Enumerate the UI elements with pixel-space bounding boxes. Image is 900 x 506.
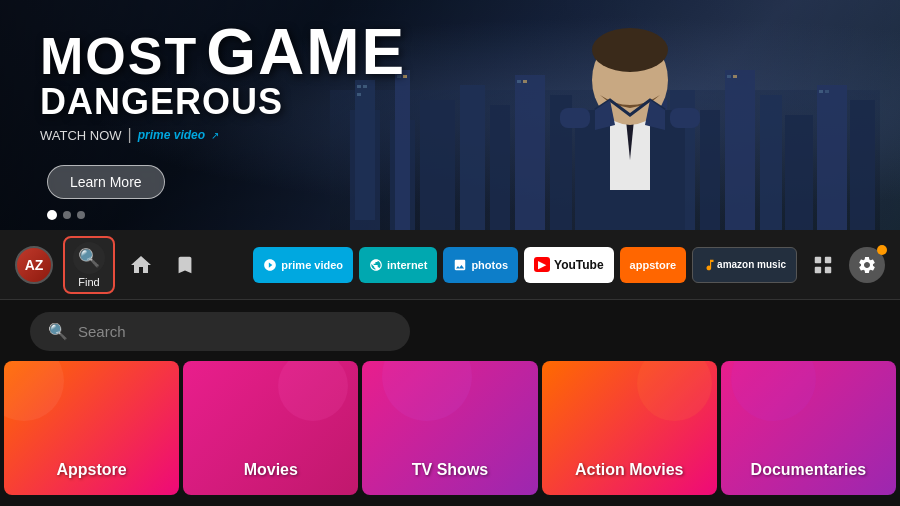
decorative-blob <box>4 361 64 421</box>
internet-label: internet <box>387 259 427 271</box>
category-appstore-label: Appstore <box>56 461 126 479</box>
prime-video-logo: prime video <box>138 128 205 142</box>
category-tvshows[interactable]: TV Shows <box>362 361 537 495</box>
svg-rect-7 <box>490 105 510 230</box>
category-movies-label: Movies <box>244 461 298 479</box>
svg-rect-25 <box>517 80 521 83</box>
youtube-label: YouTube <box>554 258 604 272</box>
svg-rect-26 <box>523 80 527 83</box>
search-section: 🔍 Search <box>0 300 900 361</box>
svg-rect-43 <box>825 266 831 272</box>
bookmark-button[interactable] <box>167 247 203 283</box>
category-action-movies-label: Action Movies <box>575 461 683 479</box>
svg-rect-41 <box>825 256 831 262</box>
category-movies[interactable]: Movies <box>183 361 358 495</box>
carousel-dot-1[interactable] <box>47 210 57 220</box>
photos-app[interactable]: photos <box>443 247 518 283</box>
appstore-label: appstore <box>630 259 676 271</box>
home-button[interactable] <box>123 247 159 283</box>
find-label: Find <box>78 276 99 288</box>
appstore-app[interactable]: appstore <box>620 247 686 283</box>
hero-subtitle: WATCH NOW | prime video ↗ <box>40 126 406 144</box>
divider: | <box>128 126 132 144</box>
svg-rect-42 <box>815 266 821 272</box>
hero-title-game: GAME <box>206 20 406 84</box>
learn-more-button[interactable]: Learn More <box>47 165 165 199</box>
svg-rect-19 <box>850 100 875 230</box>
category-documentaries[interactable]: Documentaries <box>721 361 896 495</box>
svg-rect-15 <box>725 70 755 230</box>
hero-title-block: MOST GAME DANGEROUS WATCH NOW | prime vi… <box>40 20 406 144</box>
hero-title-most: MOST <box>40 30 198 82</box>
svg-rect-38 <box>560 108 590 128</box>
amazon-music-label: amazon music <box>717 259 786 270</box>
search-bar[interactable]: 🔍 Search <box>30 312 410 351</box>
svg-rect-17 <box>785 115 813 230</box>
grid-view-button[interactable] <box>805 247 841 283</box>
photos-label: photos <box>471 259 508 271</box>
search-icon: 🔍 <box>48 322 68 341</box>
category-action-movies[interactable]: Action Movies <box>542 361 717 495</box>
watch-now-text: WATCH NOW <box>40 128 122 143</box>
category-grid: Appstore Movies TV Shows Action Movies D… <box>0 361 900 495</box>
settings-button[interactable] <box>849 247 885 283</box>
search-icon: 🔍 <box>73 242 105 274</box>
carousel-dot-3[interactable] <box>77 211 85 219</box>
avatar-label: AZ <box>25 257 44 273</box>
svg-rect-28 <box>733 75 737 78</box>
carousel-dot-2[interactable] <box>63 211 71 219</box>
app-icons-bar: prime video internet photos ▶ YouTube ap… <box>253 247 797 283</box>
settings-notification-badge <box>877 245 887 255</box>
category-tvshows-label: TV Shows <box>412 461 488 479</box>
prime-arrow: ↗ <box>211 130 219 141</box>
svg-rect-40 <box>815 256 821 262</box>
decorative-blob <box>382 361 472 421</box>
svg-rect-5 <box>420 100 455 230</box>
category-documentaries-label: Documentaries <box>751 461 867 479</box>
svg-rect-6 <box>460 85 485 230</box>
youtube-app[interactable]: ▶ YouTube <box>524 247 614 283</box>
decorative-blob <box>278 361 348 421</box>
hero-banner: MOST GAME DANGEROUS WATCH NOW | prime vi… <box>0 0 900 230</box>
hero-title-dangerous: DANGEROUS <box>40 84 406 120</box>
svg-rect-29 <box>819 90 823 93</box>
category-appstore[interactable]: Appstore <box>4 361 179 495</box>
svg-rect-27 <box>727 75 731 78</box>
svg-rect-16 <box>760 95 782 230</box>
svg-rect-18 <box>817 85 847 230</box>
amazon-music-app[interactable]: amazon music <box>692 247 797 283</box>
prime-video-label: prime video <box>281 259 343 271</box>
svg-rect-30 <box>825 90 829 93</box>
internet-app[interactable]: internet <box>359 247 437 283</box>
hero-character <box>540 10 720 230</box>
svg-point-35 <box>592 28 668 72</box>
hero-carousel-dots <box>47 210 85 220</box>
prime-video-app[interactable]: prime video <box>253 247 353 283</box>
search-placeholder: Search <box>78 323 126 340</box>
decorative-blob <box>637 361 712 421</box>
avatar[interactable]: AZ <box>15 246 53 284</box>
navigation-bar: AZ 🔍 Find prime video internet photos <box>0 230 900 300</box>
find-button[interactable]: 🔍 Find <box>63 236 115 294</box>
youtube-icon: ▶ <box>534 257 550 272</box>
svg-rect-39 <box>670 108 700 128</box>
decorative-blob <box>731 361 816 421</box>
